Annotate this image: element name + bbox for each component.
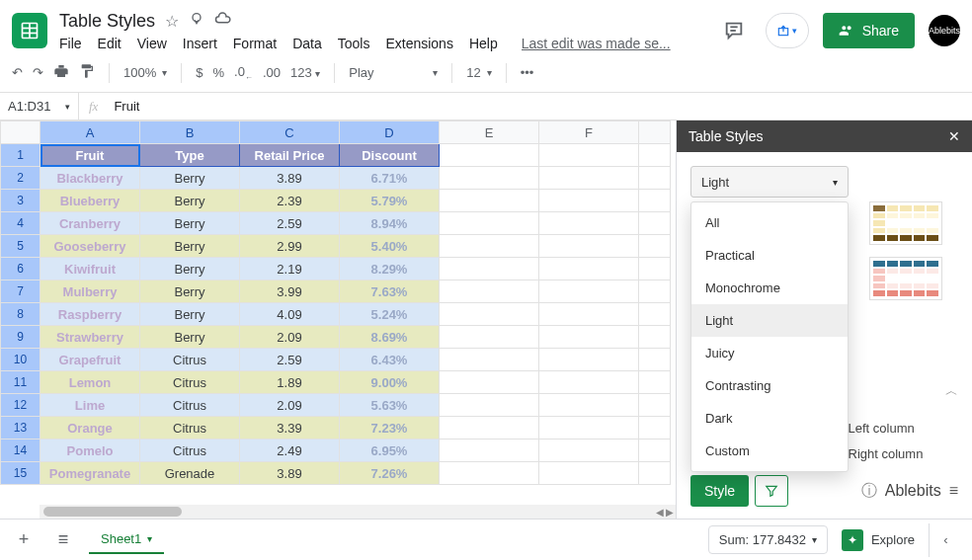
cell[interactable]	[440, 462, 539, 485]
cell[interactable]: 9.00%	[340, 371, 440, 394]
cell[interactable]	[639, 440, 671, 462]
cell[interactable]: 2.09	[240, 326, 340, 349]
row-header[interactable]: 4	[1, 212, 40, 235]
formula-bar[interactable]: Fruit	[108, 99, 145, 114]
cell[interactable]: Kiwifruit	[40, 258, 140, 280]
quicksum-box[interactable]: Sum: 177.8432▾	[708, 525, 828, 554]
name-box[interactable]: A1:D31▾	[0, 93, 79, 120]
present-button[interactable]: ▾	[766, 13, 809, 48]
cell[interactable]	[539, 144, 639, 167]
filter-button[interactable]	[755, 475, 788, 507]
style-button[interactable]: Style	[690, 475, 749, 507]
row-header[interactable]: 9	[1, 326, 40, 349]
last-edit-link[interactable]: Last edit was made se...	[522, 36, 671, 51]
cell[interactable]: 8.94%	[340, 212, 440, 235]
cell[interactable]	[539, 326, 639, 349]
col-header[interactable]: A	[40, 121, 140, 144]
cell[interactable]: Berry	[140, 280, 240, 303]
menu-insert[interactable]: Insert	[183, 36, 217, 51]
cell[interactable]	[440, 144, 539, 167]
cell[interactable]: Berry	[140, 326, 240, 349]
cell[interactable]: 5.63%	[340, 394, 440, 417]
panel-menu-icon[interactable]: ≡	[949, 482, 958, 500]
cell[interactable]: 2.09	[240, 394, 340, 417]
cell[interactable]: Gooseberry	[40, 235, 140, 258]
cell[interactable]: Berry	[140, 212, 240, 235]
row-header[interactable]: 11	[1, 371, 40, 394]
cell[interactable]: Grenade	[140, 462, 240, 485]
cell[interactable]	[639, 462, 671, 485]
dropdown-option[interactable]: Practical	[691, 239, 848, 272]
share-button[interactable]: Share	[823, 13, 915, 48]
more-icon[interactable]: •••	[521, 65, 534, 80]
scroll-right-icon[interactable]: ▶	[666, 507, 674, 518]
cell[interactable]: 6.95%	[340, 440, 440, 462]
explore-button[interactable]: ✦Explore	[842, 529, 915, 551]
cell[interactable]: 2.99	[240, 235, 340, 258]
sheet-tab[interactable]: Sheet1▾	[89, 525, 164, 554]
cell[interactable]	[539, 349, 639, 371]
cell[interactable]	[539, 167, 639, 190]
zoom-select[interactable]: 100%▾	[123, 65, 167, 80]
cell[interactable]: Lemon	[40, 371, 140, 394]
cell[interactable]	[440, 440, 539, 462]
cell[interactable]	[440, 349, 539, 371]
cell[interactable]	[440, 258, 539, 280]
font-select[interactable]: Play▾	[349, 65, 438, 80]
cell[interactable]	[639, 371, 671, 394]
cell[interactable]: Berry	[140, 303, 240, 326]
cell[interactable]	[539, 440, 639, 462]
cell[interactable]: 4.09	[240, 303, 340, 326]
cell[interactable]: 5.79%	[340, 190, 440, 212]
menu-format[interactable]: Format	[233, 36, 277, 51]
cell[interactable]	[440, 167, 539, 190]
col-header[interactable]: C	[240, 121, 340, 144]
cell[interactable]	[539, 462, 639, 485]
cell[interactable]: Cranberry	[40, 212, 140, 235]
row-header[interactable]: 1	[1, 144, 40, 167]
cell[interactable]	[539, 417, 639, 440]
select-all-corner[interactable]	[1, 121, 40, 144]
cell[interactable]: Mulberry	[40, 280, 140, 303]
row-header[interactable]: 14	[1, 440, 40, 462]
dropdown-option[interactable]: Light	[691, 304, 848, 337]
cell[interactable]: Fruit	[40, 144, 140, 167]
cell[interactable]	[639, 212, 671, 235]
cell[interactable]: Lime	[40, 394, 140, 417]
cell[interactable]	[440, 371, 539, 394]
cell[interactable]	[539, 371, 639, 394]
collapse-up-icon[interactable]: ︿	[945, 382, 958, 400]
cell[interactable]: Citrus	[140, 371, 240, 394]
redo-icon[interactable]: ↷	[33, 65, 43, 80]
cell[interactable]: Citrus	[140, 417, 240, 440]
row-header[interactable]: 5	[1, 235, 40, 258]
cell[interactable]	[639, 417, 671, 440]
cell[interactable]	[539, 258, 639, 280]
cell[interactable]: 8.29%	[340, 258, 440, 280]
style-preview[interactable]	[869, 257, 942, 300]
help-icon[interactable]: ⓘ	[861, 481, 877, 502]
cell[interactable]: 2.59	[240, 212, 340, 235]
cell[interactable]: 2.49	[240, 440, 340, 462]
cell[interactable]: Citrus	[140, 440, 240, 462]
row-header[interactable]: 2	[1, 167, 40, 190]
dropdown-option[interactable]: Contrasting	[691, 369, 848, 402]
style-preview[interactable]	[869, 201, 942, 245]
star-icon[interactable]: ☆	[165, 12, 179, 31]
close-icon[interactable]: ✕	[948, 128, 960, 144]
cell[interactable]: Discount	[340, 144, 440, 167]
number-format-select[interactable]: 123 ▾	[290, 65, 320, 80]
print-icon[interactable]	[53, 63, 69, 82]
row-header[interactable]: 8	[1, 303, 40, 326]
col-header[interactable]	[639, 121, 671, 144]
cell[interactable]: Berry	[140, 235, 240, 258]
col-header[interactable]: E	[440, 121, 539, 144]
cell[interactable]: 8.69%	[340, 326, 440, 349]
cell[interactable]	[639, 280, 671, 303]
undo-icon[interactable]: ↶	[12, 65, 23, 80]
cell[interactable]	[440, 212, 539, 235]
cell[interactable]: 3.89	[240, 167, 340, 190]
scroll-left-icon[interactable]: ◀	[656, 507, 664, 518]
currency-icon[interactable]: $	[196, 65, 202, 80]
cell[interactable]	[639, 144, 671, 167]
